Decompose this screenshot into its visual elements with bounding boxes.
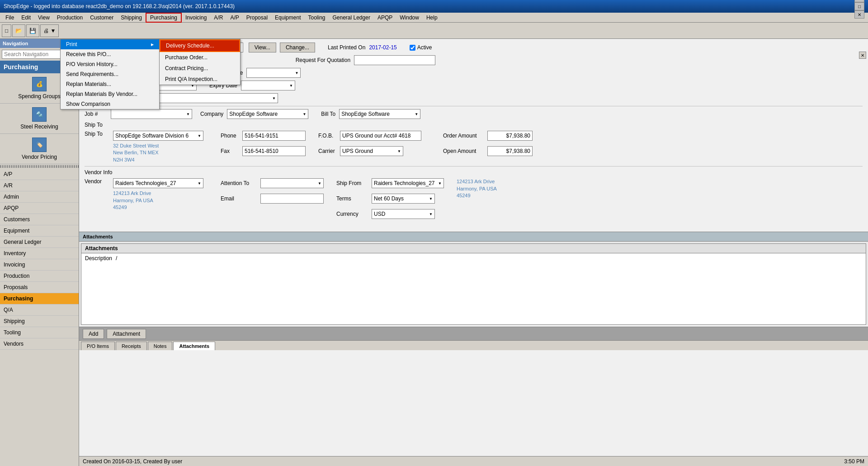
email-input[interactable] xyxy=(260,194,324,204)
sidebar-item-customers[interactable]: Customers xyxy=(0,214,79,225)
toolbar-open[interactable]: 📂 xyxy=(12,24,25,37)
tab-attachments[interactable]: Attachments xyxy=(173,342,215,350)
last-printed-label: Last Printed On xyxy=(328,44,365,51)
terms-dropdown[interactable]: Net 60 Days▼ xyxy=(372,194,435,204)
sidebar-item-shipping[interactable]: Shipping xyxy=(0,316,79,327)
ship-to-address: 32 Duke Street West New Berlin, TN MEX N… xyxy=(113,143,203,163)
print-menu-item-show-comparison[interactable]: Show Comparison xyxy=(61,99,159,109)
bill-to-dropdown[interactable]: ShopEdge Software▼ xyxy=(339,109,420,119)
job-label: Job # xyxy=(85,111,107,117)
menu-ap[interactable]: A/P xyxy=(226,13,242,23)
fob-input[interactable] xyxy=(340,131,421,141)
menu-ar[interactable]: A/R xyxy=(210,13,226,23)
tab-po-items[interactable]: P/O Items xyxy=(81,342,115,350)
terms-row: Terms Net 60 Days▼ xyxy=(336,194,444,204)
menu-shipping[interactable]: Shipping xyxy=(117,13,146,23)
menu-view[interactable]: View xyxy=(34,13,53,23)
description-label: Description xyxy=(85,255,112,262)
toolbar-print-dropdown[interactable]: 🖨 ▼ xyxy=(40,24,59,37)
phone-input[interactable] xyxy=(242,131,306,141)
sidebar-item-inventory[interactable]: Inventory xyxy=(0,248,79,259)
sidebar-item-general-ledger[interactable]: General Ledger xyxy=(0,237,79,248)
active-checkbox[interactable] xyxy=(410,45,415,51)
print-menu: Print Receive this P/O... P/O Version Hi… xyxy=(60,39,160,109)
sidebar-item-equipment[interactable]: Equipment xyxy=(0,225,79,237)
change-button[interactable]: Change... xyxy=(280,43,315,52)
rfq-input[interactable] xyxy=(354,55,435,65)
close-content-button[interactable]: ✕ xyxy=(859,52,866,59)
menu-help[interactable]: Help xyxy=(423,13,441,23)
menu-proposal[interactable]: Proposal xyxy=(243,13,271,23)
sidebar-item-apqp[interactable]: APQP xyxy=(0,203,79,214)
close-button[interactable]: ✕ xyxy=(854,10,864,19)
open-amount-label: Open Amount xyxy=(443,148,484,154)
sidebar-item-admin[interactable]: Admin xyxy=(0,191,79,203)
sidebar-item-vendor-pricing[interactable]: 🏷️ Vendor Pricing xyxy=(0,134,79,164)
expiry-date-dropdown[interactable]: ▼ xyxy=(241,81,295,90)
menu-tooling[interactable]: Tooling xyxy=(304,13,329,23)
sidebar-item-production[interactable]: Production xyxy=(0,271,79,282)
print-menu-item-replan-by-vendor[interactable]: Replan Materials By Vendor... xyxy=(61,89,159,99)
sidebar-item-qa[interactable]: Q/A xyxy=(0,304,79,316)
submenu-purchase-order[interactable]: Purchase Order... xyxy=(160,52,240,63)
menu-customer[interactable]: Customer xyxy=(86,13,117,23)
menu-invoicing[interactable]: Invoicing xyxy=(182,13,210,23)
ship-from-dropdown[interactable]: Raiders Technologies_27▼ xyxy=(372,178,444,188)
sidebar-item-proposals[interactable]: Proposals xyxy=(0,282,79,293)
section-sep-1 xyxy=(85,106,863,106)
effective-date-dropdown[interactable]: ▼ xyxy=(246,68,301,78)
menu-apqp[interactable]: APQP xyxy=(374,13,396,23)
menu-purchasing[interactable]: Purchasing xyxy=(146,13,182,23)
fax-input[interactable] xyxy=(242,146,306,156)
submenu-delivery-schedule[interactable]: Delivery Schedule... xyxy=(160,39,240,52)
vendor-dropdown[interactable]: Raiders Technologies_27▼ xyxy=(113,178,203,188)
sidebar-item-invoicing[interactable]: Invoicing xyxy=(0,259,79,271)
print-menu-item-print[interactable]: Print xyxy=(61,39,159,49)
toolbar-save[interactable]: 💾 xyxy=(26,24,39,37)
sidebar-item-ar[interactable]: A/R xyxy=(0,180,79,191)
attention-to-dropdown[interactable]: ▼ xyxy=(260,178,324,188)
attachment-button[interactable]: Attachment xyxy=(107,329,146,339)
add-button[interactable]: Add xyxy=(83,329,104,339)
phone-label: Phone xyxy=(221,133,239,139)
tab-notes[interactable]: Notes xyxy=(148,342,173,350)
title-text: ShopEdge - logged into database react2db… xyxy=(4,3,235,10)
attachments-col-label: Attachments xyxy=(85,245,118,252)
print-menu-item-send-requirements[interactable]: Send Requirements... xyxy=(61,69,159,79)
sidebar-item-purchasing[interactable]: Purchasing xyxy=(0,293,79,304)
menu-file[interactable]: File xyxy=(2,13,18,23)
menu-window[interactable]: Window xyxy=(396,13,423,23)
open-amount-input[interactable] xyxy=(487,146,533,156)
sidebar-divider xyxy=(0,165,79,168)
form-row-5: Capital Request ▼ xyxy=(85,93,863,103)
active-text: Active xyxy=(417,44,432,51)
rfq-label: Request For Quotation xyxy=(296,57,350,63)
submenu-print-qa[interactable]: Print Q/A Inspection... xyxy=(160,74,240,85)
company-dropdown[interactable]: ShopEdge Software▼ xyxy=(227,109,308,119)
capital-request-dropdown[interactable]: ▼ xyxy=(142,93,278,103)
sidebar-item-vendors[interactable]: Vendors xyxy=(0,338,79,350)
vendor-row: Vendor Raiders Technologies_27▼ 124213 A… xyxy=(85,178,863,222)
currency-dropdown[interactable]: USD▼ xyxy=(372,209,435,219)
order-amount-input[interactable] xyxy=(487,131,533,141)
menu-equipment[interactable]: Equipment xyxy=(271,13,304,23)
job-dropdown[interactable]: ▼ xyxy=(111,109,192,119)
sidebar-item-tooling[interactable]: Tooling xyxy=(0,327,79,338)
print-menu-item-version-history[interactable]: P/O Version History... xyxy=(61,59,159,69)
toolbar-new[interactable]: □ xyxy=(2,24,11,37)
menu-general-ledger[interactable]: General Ledger xyxy=(329,13,374,23)
view-button[interactable]: View... xyxy=(249,43,276,52)
submenu-contract-pricing[interactable]: Contract Pricing... xyxy=(160,63,240,74)
currency-label: Currency xyxy=(336,211,368,217)
order-amount-row: Order Amount xyxy=(443,131,533,141)
menu-production[interactable]: Production xyxy=(53,13,86,23)
carrier-dropdown[interactable]: UPS Ground▼ xyxy=(340,146,403,156)
print-menu-item-replan[interactable]: Replan Materials... xyxy=(61,79,159,89)
maximize-button[interactable]: □ xyxy=(854,2,864,10)
menu-edit[interactable]: Edit xyxy=(18,13,34,23)
print-menu-item-receive[interactable]: Receive this P/O... xyxy=(61,49,159,59)
ship-to-dropdown[interactable]: ShopEdge Software Division 6▼ xyxy=(113,131,203,141)
tab-receipts[interactable]: Receipts xyxy=(116,342,147,350)
attachments-section: Attachments Attachments Description / xyxy=(79,232,868,325)
sidebar-item-ap[interactable]: A/P xyxy=(0,169,79,180)
